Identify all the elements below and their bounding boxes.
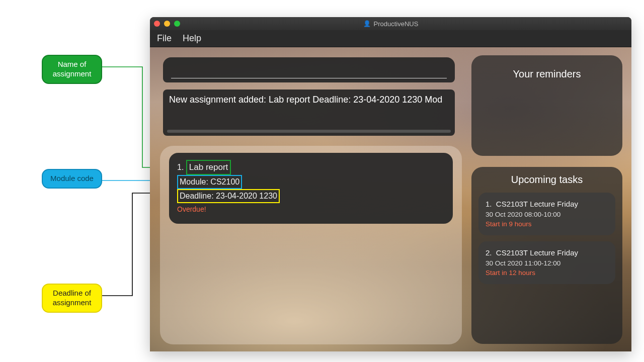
assignment-card[interactable]: 1. Lab report Module: CS2100 Deadline: 2… <box>169 153 453 224</box>
reminders-panel: Your reminders <box>471 55 622 156</box>
minimize-icon[interactable] <box>164 21 170 27</box>
content-area: New assignment added: Lab report Deadlin… <box>150 47 631 351</box>
app-icon: 👤 <box>363 20 371 27</box>
upcoming-panel: Upcoming tasks 1. CS2103T Lecture Friday… <box>471 167 622 344</box>
callout-module-code: Module code <box>42 169 102 189</box>
task-index: 1. <box>486 200 492 208</box>
upcoming-heading: Upcoming tasks <box>476 174 617 186</box>
assignment-overdue-label: Overdue! <box>177 204 445 215</box>
task-start: Start in 9 hours <box>486 219 608 229</box>
task-title: CS2103T Lecture Friday <box>496 248 578 257</box>
window-title-text: ProductiveNUS <box>374 20 419 28</box>
callout-name-of-assignment: Name of assignment <box>42 55 102 84</box>
result-message-text: New assignment added: Lab report Deadlin… <box>169 95 442 105</box>
command-input-panel[interactable] <box>163 57 455 82</box>
task-start: Start in 12 hours <box>486 268 608 278</box>
result-message-panel: New assignment added: Lab report Deadlin… <box>163 89 455 136</box>
assignments-panel: 1. Lab report Module: CS2100 Deadline: 2… <box>160 146 462 344</box>
titlebar: 👤 ProductiveNUS <box>150 17 631 30</box>
scrollbar-horizontal[interactable] <box>167 130 451 133</box>
task-index: 2. <box>486 248 492 257</box>
task-title: CS2103T Lecture Friday <box>496 200 578 208</box>
assignment-index: 1. <box>177 163 184 171</box>
window-title: 👤 ProductiveNUS <box>150 20 631 28</box>
assignment-deadline: Deadline: 23-04-2020 1230 <box>177 189 280 203</box>
app-window: 👤 ProductiveNUS File Help New assignment… <box>150 17 631 351</box>
maximize-icon[interactable] <box>174 21 180 27</box>
task-time: 30 Oct 2020 08:00-10:00 <box>486 210 608 220</box>
callout-deadline-of-assignment: Deadline of assignment <box>42 284 102 313</box>
task-time: 30 Oct 2020 11:00-12:00 <box>486 258 608 268</box>
command-input-underline <box>171 78 447 78</box>
traffic-lights <box>154 21 180 27</box>
reminders-heading: Your reminders <box>513 68 581 79</box>
close-icon[interactable] <box>154 21 160 27</box>
assignment-name: Lab report <box>186 160 231 175</box>
menu-help[interactable]: Help <box>183 33 201 44</box>
task-card[interactable]: 1. CS2103T Lecture Friday 30 Oct 2020 08… <box>478 193 615 235</box>
task-card[interactable]: 2. CS2103T Lecture Friday 30 Oct 2020 11… <box>478 241 615 284</box>
menubar: File Help <box>150 30 631 47</box>
menu-file[interactable]: File <box>157 33 172 44</box>
assignment-module: Module: CS2100 <box>177 175 242 189</box>
